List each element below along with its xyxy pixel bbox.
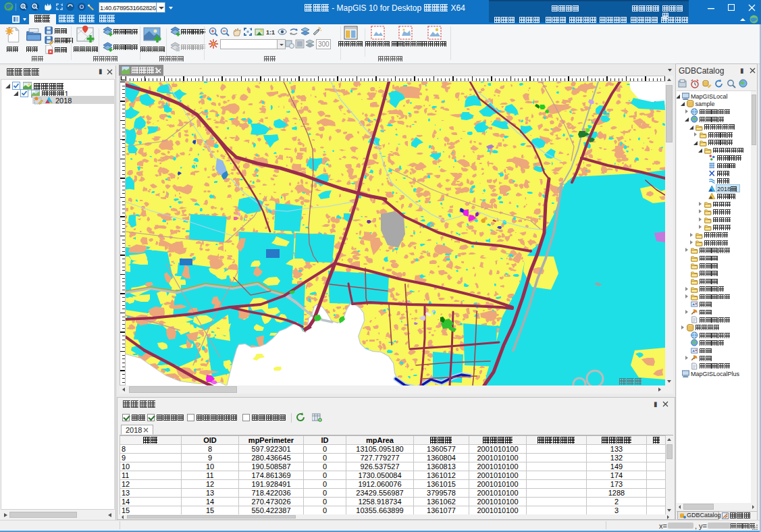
svg-text:1:1: 1:1 (266, 29, 275, 36)
